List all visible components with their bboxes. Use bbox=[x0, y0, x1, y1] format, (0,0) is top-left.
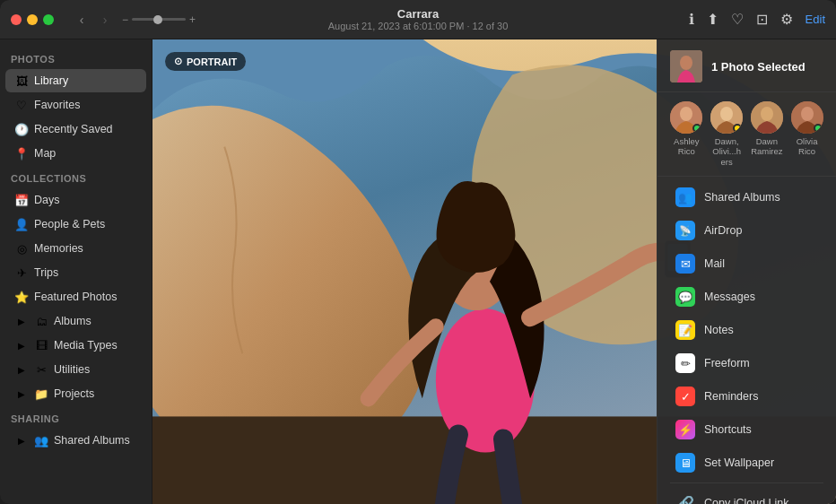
share-item-freeform[interactable]: ✏ Freeform bbox=[663, 347, 831, 379]
back-button[interactable]: ‹ bbox=[72, 10, 91, 30]
maximize-button[interactable] bbox=[43, 14, 54, 25]
media-types-icon: 🎞 bbox=[34, 338, 48, 352]
share-label-airdrop: AirDrop bbox=[704, 224, 742, 237]
edit-button[interactable]: Edit bbox=[806, 13, 825, 26]
albums-icon: ▶ bbox=[14, 314, 29, 328]
share-divider bbox=[670, 482, 823, 483]
sidebar-item-map[interactable]: 📍 Map bbox=[5, 142, 146, 165]
freeform-icon: ✏ bbox=[675, 353, 695, 373]
titlebar: ‹ › − + Carrara August 21, 2023 at 6:01:… bbox=[0, 0, 836, 39]
person-dawn-olivia[interactable]: Dawn, Olivi...hers bbox=[710, 101, 744, 167]
photo-area: ⊙ PORTRAIT 1 Photo Selected bbox=[152, 39, 836, 504]
sidebar-item-memories[interactable]: ◎ Memories bbox=[5, 237, 146, 260]
share-item-icloud[interactable]: 🔗 Copy iCloud Link bbox=[663, 487, 831, 504]
online-dot-olivia bbox=[814, 124, 823, 133]
share-list: 👥 Shared Albums 📡 AirDrop ✉ Mail 💬 Messa… bbox=[657, 177, 836, 504]
shared-albums-icon: 👥 bbox=[34, 433, 48, 448]
sidebar-label-trips: Trips bbox=[34, 266, 58, 279]
sidebar-item-favorites[interactable]: ♡ Favorites bbox=[5, 93, 146, 117]
forward-button[interactable]: › bbox=[95, 10, 115, 30]
projects-chevron-icon: ▶ bbox=[14, 387, 29, 401]
zoom-slider[interactable] bbox=[132, 18, 186, 21]
projects-icon: 📁 bbox=[34, 387, 48, 401]
person-name-olivia: Olivia Rico bbox=[790, 136, 823, 157]
sidebar-item-projects[interactable]: ▶ 📁 Projects bbox=[5, 382, 146, 405]
minimize-button[interactable] bbox=[27, 14, 38, 25]
sidebar-label-featured-photos: Featured Photos bbox=[34, 291, 117, 303]
sidebar-item-featured-photos[interactable]: ⭐ Featured Photos bbox=[5, 285, 146, 308]
traffic-lights bbox=[11, 14, 54, 25]
status-dot bbox=[733, 124, 742, 133]
icloud-icon: 🔗 bbox=[675, 493, 695, 504]
share-item-mail[interactable]: ✉ Mail bbox=[663, 248, 831, 280]
person-olivia-rico[interactable]: Olivia Rico bbox=[790, 101, 823, 167]
sidebar-label-memories: Memories bbox=[34, 242, 83, 255]
utilities-chevron-icon: ▶ bbox=[14, 362, 29, 377]
zoom-control: − + bbox=[122, 13, 196, 26]
favorites-icon: ♡ bbox=[14, 98, 29, 112]
avatar-dawn-olivia bbox=[710, 101, 743, 134]
sidebar-item-days[interactable]: 📅 Days bbox=[5, 188, 146, 212]
sidebar-label-recently-saved: Recently Saved bbox=[34, 123, 113, 135]
nav-controls: ‹ › bbox=[72, 10, 115, 30]
favorite-icon[interactable]: ♡ bbox=[731, 11, 744, 28]
share-label-mail: Mail bbox=[704, 257, 725, 270]
sidebar-label-days: Days bbox=[34, 194, 59, 206]
share-item-wallpaper[interactable]: 🖥 Set Wallpaper bbox=[663, 447, 831, 479]
share-icon[interactable]: ⬆ bbox=[707, 11, 718, 28]
zoom-minus[interactable]: − bbox=[122, 13, 128, 26]
days-icon: 📅 bbox=[14, 193, 29, 207]
adjust-icon[interactable]: ⚙ bbox=[780, 11, 793, 28]
people-row: Ashley Rico Dawn, Olivi...hers bbox=[657, 92, 836, 177]
avatar-dawn-ramirez bbox=[751, 101, 783, 134]
sidebar-item-albums[interactable]: ▶ 🗂 Albums bbox=[5, 309, 146, 333]
crop-icon[interactable]: ⊡ bbox=[756, 11, 768, 28]
sidebar-item-people-pets[interactable]: 👤 People & Pets bbox=[5, 213, 146, 236]
photo-location: Carrara bbox=[328, 7, 509, 21]
share-header: 1 Photo Selected bbox=[657, 39, 836, 92]
sidebar-item-library[interactable]: 🖼 Library bbox=[5, 69, 146, 92]
mail-icon: ✉ bbox=[675, 254, 695, 274]
person-ashley-rico[interactable]: Ashley Rico bbox=[670, 101, 703, 167]
share-item-airdrop[interactable]: 📡 AirDrop bbox=[663, 214, 831, 247]
person-dawn-ramirez[interactable]: Dawn Ramirez bbox=[751, 101, 784, 167]
share-item-shared-albums[interactable]: 👥 Shared Albums bbox=[663, 181, 831, 213]
messages-icon: 💬 bbox=[675, 287, 695, 307]
trips-icon: ✈ bbox=[14, 265, 29, 280]
sidebar-label-shared-albums: Shared Albums bbox=[54, 434, 130, 447]
sidebar-label-favorites: Favorites bbox=[34, 99, 80, 111]
share-item-shortcuts[interactable]: ⚡ Shortcuts bbox=[663, 413, 831, 446]
share-label-freeform: Freeform bbox=[704, 357, 750, 369]
featured-icon: ⭐ bbox=[14, 290, 29, 304]
share-item-reminders[interactable]: ✓ Reminders bbox=[663, 380, 831, 413]
sidebar-label-map: Map bbox=[34, 147, 56, 160]
sidebar-item-media-types[interactable]: ▶ 🎞 Media Types bbox=[5, 334, 146, 357]
sidebar-item-utilities[interactable]: ▶ ✂ Utilities bbox=[5, 358, 146, 381]
sidebar-label-albums: Albums bbox=[54, 315, 91, 327]
app-window: ‹ › − + Carrara August 21, 2023 at 6:01:… bbox=[0, 0, 836, 504]
airdrop-icon: 📡 bbox=[675, 221, 695, 240]
recently-saved-icon: 🕐 bbox=[14, 122, 29, 136]
svg-point-15 bbox=[801, 107, 814, 121]
share-item-notes[interactable]: 📝 Notes bbox=[663, 314, 831, 346]
sidebar-section-sharing: Sharing bbox=[0, 406, 152, 428]
info-icon[interactable]: ℹ bbox=[689, 11, 694, 28]
share-title: 1 Photo Selected bbox=[711, 60, 806, 74]
reminders-icon: ✓ bbox=[675, 387, 695, 406]
portrait-label: PORTRAIT bbox=[187, 56, 237, 67]
close-button[interactable] bbox=[11, 14, 22, 25]
share-item-messages[interactable]: 💬 Messages bbox=[663, 281, 831, 313]
sidebar-item-shared-albums[interactable]: ▶ 👥 Shared Albums bbox=[5, 429, 146, 452]
sidebar-item-recently-saved[interactable]: 🕐 Recently Saved bbox=[5, 117, 146, 141]
people-pets-icon: 👤 bbox=[14, 217, 29, 231]
photo-datetime: August 21, 2023 at 6:01:00 PM · 12 of 30 bbox=[328, 21, 509, 31]
share-label-reminders: Reminders bbox=[704, 390, 758, 403]
svg-point-9 bbox=[680, 107, 692, 121]
zoom-plus[interactable]: + bbox=[189, 13, 196, 26]
sidebar-item-trips[interactable]: ✈ Trips bbox=[5, 261, 146, 284]
sidebar-section-photos: Photos bbox=[0, 47, 152, 68]
portrait-icon: ⊙ bbox=[174, 56, 182, 67]
svg-point-13 bbox=[761, 107, 773, 121]
share-panel: 1 Photo Selected Ashley Ric bbox=[657, 39, 836, 504]
share-label-icloud: Copy iCloud Link bbox=[704, 497, 789, 504]
